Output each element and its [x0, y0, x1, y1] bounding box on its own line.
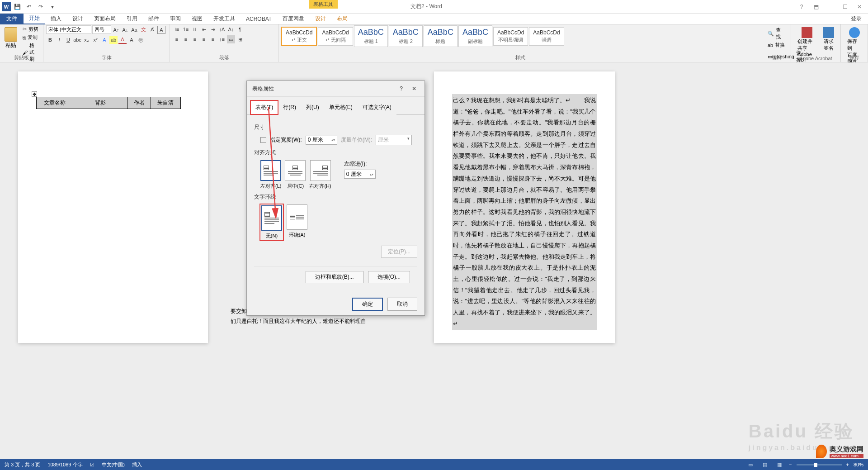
borders-icon[interactable]: ⊞	[236, 35, 244, 43]
login-link[interactable]: 登录	[844, 13, 868, 24]
tab-devtools[interactable]: 开发工具	[208, 14, 241, 24]
style-item[interactable]: AaBbC标题 1	[354, 25, 388, 47]
shrink-font-icon[interactable]: A↓	[121, 26, 129, 34]
table-cell[interactable]: 背影	[73, 97, 127, 109]
change-case-icon[interactable]: Aa	[130, 26, 138, 34]
char-shading-icon[interactable]: A	[127, 36, 136, 44]
font-name-select[interactable]: 宋体 (中文正文	[46, 25, 91, 34]
wrap-around-option[interactable]: 环绕(A)	[287, 204, 307, 240]
strikethrough-button[interactable]: abc	[73, 36, 81, 44]
dialog-help-icon[interactable]: ?	[397, 85, 406, 93]
line-spacing-icon[interactable]: ↕≡	[218, 35, 226, 43]
increase-indent-icon[interactable]: ⇥	[209, 25, 217, 33]
distributed-icon[interactable]: ≡	[209, 35, 217, 43]
page-left[interactable]: ✥ 文章名称 背影 作者 朱自清	[18, 71, 208, 343]
replace-button[interactable]: ab替换	[766, 41, 787, 49]
tab-acrobat[interactable]: ACROBAT	[241, 14, 277, 24]
table-cell[interactable]: 朱自清	[151, 97, 180, 109]
close-icon[interactable]: ✕	[853, 1, 866, 12]
tab-review[interactable]: 审阅	[165, 14, 186, 24]
dialog-tab-table[interactable]: 表格(T)	[250, 100, 278, 114]
styles-gallery[interactable]: AaBbCcDd↵ 正文AaBbCcDd↵ 无间隔AaBbC标题 1AaBbC标…	[281, 25, 759, 47]
cancel-button[interactable]: 取消	[387, 298, 417, 311]
highlight-icon[interactable]: ab	[109, 36, 118, 44]
numbering-icon[interactable]: 1≡	[182, 25, 190, 33]
specify-width-checkbox[interactable]	[260, 137, 266, 143]
tab-design[interactable]: 设计	[67, 14, 89, 24]
dialog-tab-alt[interactable]: 可选文字(A)	[358, 100, 396, 114]
subscript-button[interactable]: x₂	[82, 36, 90, 44]
ribbon-display-icon[interactable]: ⬒	[809, 1, 823, 12]
font-size-select[interactable]: 四号	[92, 25, 111, 34]
table-cell[interactable]: 文章名称	[37, 97, 73, 109]
enclose-char-icon[interactable]: ㊥	[137, 36, 145, 44]
tab-view[interactable]: 视图	[186, 14, 208, 24]
bold-button[interactable]: B	[46, 36, 54, 44]
style-item[interactable]: AaBbCcDd↵ 无间隔	[318, 27, 353, 46]
tab-table-design[interactable]: 设计	[310, 14, 331, 24]
style-item[interactable]: AaBbCcDd强调	[529, 27, 564, 46]
align-center-option[interactable]: 居中(C)	[285, 160, 306, 190]
char-border-icon[interactable]: A	[157, 26, 165, 34]
unit-combo[interactable]: 厘米	[376, 135, 412, 145]
qat-undo-icon[interactable]: ↶	[24, 1, 34, 12]
table-move-handle-icon[interactable]: ✥	[32, 91, 37, 97]
borders-shading-button[interactable]: 边框和底纹(B)...	[306, 271, 363, 283]
decrease-indent-icon[interactable]: ⇤	[200, 25, 208, 33]
ok-button[interactable]: 确定	[352, 298, 383, 311]
options-button[interactable]: 选项(O)...	[368, 271, 410, 283]
copy-button[interactable]: ⎘复制	[21, 33, 40, 41]
underline-button[interactable]: U	[64, 36, 72, 44]
maximize-icon[interactable]: ☐	[838, 1, 852, 12]
phonetic-guide-icon[interactable]: 文	[139, 26, 147, 34]
style-item[interactable]: AaBbC副标题	[458, 25, 492, 47]
width-spinner[interactable]: ▴▾	[306, 136, 337, 145]
style-item[interactable]: AaBbCcDd↵ 正文	[281, 27, 317, 46]
qat-customize-icon[interactable]: ▾	[47, 1, 58, 12]
style-item[interactable]: AaBbC标题	[424, 25, 458, 47]
align-left-option[interactable]: 左对齐(L)	[260, 160, 281, 190]
bullets-icon[interactable]: ⁝≡	[173, 25, 181, 33]
tab-layout[interactable]: 页面布局	[89, 14, 121, 24]
document-table[interactable]: 文章名称 背影 作者 朱自清	[36, 97, 181, 109]
dialog-close-icon[interactable]: ✕	[409, 85, 419, 93]
align-right-option[interactable]: 右对齐(H)	[309, 160, 331, 190]
tab-insert[interactable]: 插入	[45, 14, 67, 24]
justify-icon[interactable]: ≡	[200, 35, 208, 43]
tab-mailings[interactable]: 邮件	[143, 14, 165, 24]
minimize-icon[interactable]: —	[824, 1, 837, 12]
document-body-text[interactable]: 己么？我现在想想，我那时真是太聪明了。↵ 我说道："爸爸，你走吧。"他往车外看了…	[452, 94, 597, 330]
align-left-icon[interactable]: ≡	[173, 35, 181, 43]
font-color-icon[interactable]: A	[118, 36, 127, 44]
text-effects-icon[interactable]: A	[100, 36, 108, 44]
tab-file[interactable]: 文件	[0, 14, 24, 24]
shading-icon[interactable]: ▭	[227, 35, 235, 43]
wrap-none-option[interactable]: 无(N)	[261, 205, 282, 239]
tab-references[interactable]: 引用	[121, 14, 143, 24]
show-marks-icon[interactable]: ¶	[236, 25, 244, 33]
multilevel-list-icon[interactable]: ⁝⁝	[191, 25, 199, 33]
tab-home[interactable]: 开始	[24, 14, 45, 24]
cut-button[interactable]: ✂剪切	[21, 25, 40, 33]
table-row[interactable]: 文章名称 背影 作者 朱自清	[37, 97, 181, 109]
indent-spinner[interactable]: ▴▾	[344, 170, 376, 179]
tab-table-layout[interactable]: 布局	[331, 14, 353, 24]
tab-baidu[interactable]: 百度网盘	[277, 14, 310, 24]
dialog-tab-row[interactable]: 行(R)	[278, 100, 301, 114]
superscript-button[interactable]: x²	[91, 36, 99, 44]
style-item[interactable]: AaBbCcDd不明显强调	[493, 27, 528, 46]
find-button[interactable]: 🔍查找	[766, 26, 787, 41]
align-center-icon[interactable]: ≡	[182, 35, 190, 43]
table-cell[interactable]: 作者	[127, 97, 151, 109]
grow-font-icon[interactable]: A↑	[112, 26, 120, 34]
align-right-icon[interactable]: ≡	[191, 35, 199, 43]
text-direction-icon[interactable]: ↕A	[218, 25, 226, 33]
style-item[interactable]: AaBbC标题 2	[389, 25, 423, 47]
help-icon[interactable]: ?	[795, 1, 808, 12]
document-area[interactable]: ✥ 文章名称 背影 作者 朱自清 要交卸。又嘱托茶房好好照应我。我心里暗笑他的迂…	[0, 62, 868, 459]
qat-redo-icon[interactable]: ↷	[35, 1, 46, 12]
dialog-tab-column[interactable]: 列(U)	[301, 100, 324, 114]
qat-save-icon[interactable]: 💾	[12, 1, 23, 12]
page-right[interactable]: 己么？我现在想想，我那时真是太聪明了。↵ 我说道："爸爸，你走吧。"他往车外看了…	[434, 71, 615, 343]
italic-button[interactable]: I	[55, 36, 63, 44]
